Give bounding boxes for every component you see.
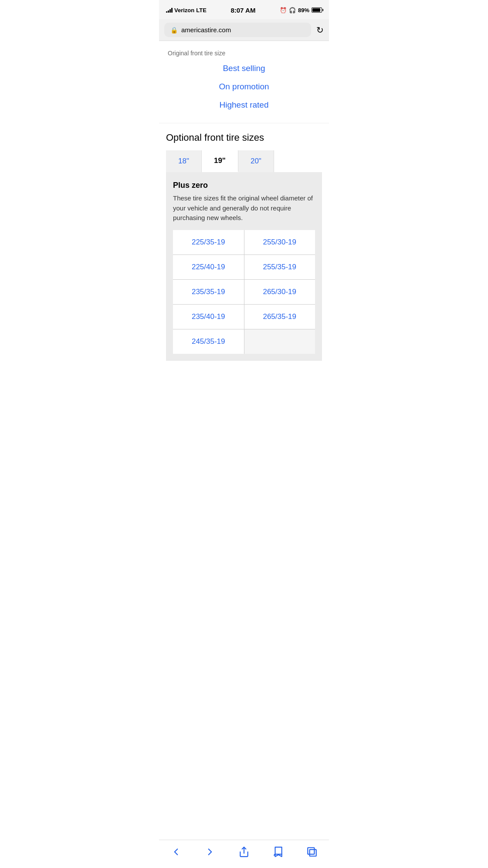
section-title: Optional front tire sizes [166,132,322,143]
optional-section: Optional front tire sizes 18" 19" 20" Pl… [159,123,329,361]
address-bar[interactable]: 🔒 americastire.com [164,23,311,37]
carrier-label: Verizon [174,7,194,14]
signal-bar-2 [168,10,169,13]
sort-option-highest-rated[interactable]: Highest rated [168,100,320,110]
status-bar: Verizon LTE 8:07 AM ⏰ 🎧 89% [159,0,329,19]
plus-zero-title: Plus zero [173,181,315,190]
signal-bar-1 [166,11,167,13]
battery-percent: 89% [298,7,309,14]
tab-19[interactable]: 19" [202,150,238,172]
plus-zero-box: Plus zero These tire sizes fit the origi… [166,172,322,361]
signal-bar-4 [171,8,173,13]
tire-size-225-40-19[interactable]: 225/40-19 [173,255,244,279]
tire-size-265-35-19[interactable]: 265/35-19 [244,305,315,329]
refresh-button[interactable]: ↻ [316,25,324,35]
tabs-container: 18" 19" 20" [166,150,322,172]
tab-18[interactable]: 18" [166,150,202,172]
status-time: 8:07 AM [230,7,255,14]
sort-section: Original front tire size Best selling On… [159,41,329,123]
sort-option-best-selling[interactable]: Best selling [168,64,320,73]
tire-size-245-35-19[interactable]: 245/35-19 [173,329,244,354]
browser-bar: 🔒 americastire.com ↻ [159,19,329,41]
tire-cell-empty [244,329,315,354]
plus-zero-description: These tire sizes fit the original wheel … [173,193,315,223]
tire-size-235-35-19[interactable]: 235/35-19 [173,280,244,304]
network-type: LTE [196,7,207,14]
tire-size-255-30-19[interactable]: 255/30-19 [244,230,315,254]
main-content: Original front tire size Best selling On… [159,41,329,396]
sort-label: Original front tire size [168,50,320,57]
url-text: americastire.com [181,26,231,34]
tire-size-225-35-19[interactable]: 225/35-19 [173,230,244,254]
lock-icon: 🔒 [170,27,178,34]
tire-size-grid: 225/35-19 255/30-19 225/40-19 255/35-19 … [173,230,315,354]
tab-20[interactable]: 20" [238,150,274,172]
headphone-icon: 🎧 [289,7,296,14]
signal-bars [166,7,173,13]
tire-size-265-30-19[interactable]: 265/30-19 [244,280,315,304]
alarm-icon: ⏰ [280,7,287,14]
sort-option-on-promotion[interactable]: On promotion [168,82,320,92]
battery-icon [312,7,322,13]
status-left: Verizon LTE [166,7,207,14]
tire-size-235-40-19[interactable]: 235/40-19 [173,305,244,329]
tire-size-255-35-19[interactable]: 255/35-19 [244,255,315,279]
signal-bar-3 [169,9,171,13]
status-right: ⏰ 🎧 89% [280,7,322,14]
